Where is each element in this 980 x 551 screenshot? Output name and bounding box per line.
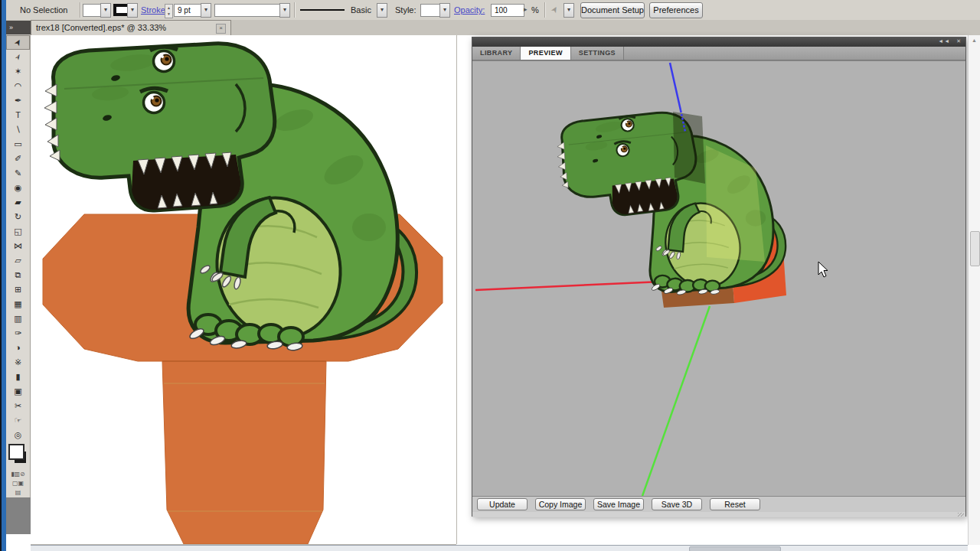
opacity-unit: % [531, 5, 539, 15]
panel-tabs: LIBRARYPREVIEWSETTINGS [472, 47, 965, 60]
horizontal-scrollbar[interactable] [31, 545, 968, 551]
opacity-spinner-icon[interactable]: ▸ [524, 5, 528, 13]
perspective-grid-tool[interactable]: ⊞ [6, 282, 30, 297]
lasso-tool[interactable]: ◠ [6, 79, 30, 93]
tab-library[interactable]: LIBRARY [472, 47, 521, 60]
document-setup-button[interactable]: Document Setup [580, 2, 645, 18]
width-tool[interactable]: ⋈ [6, 239, 30, 253]
blend-tool[interactable]: ◑ [6, 341, 30, 355]
column-graph-tool[interactable]: ▮ [6, 370, 30, 384]
stroke-weight-arrow-icon[interactable]: ▾ [201, 3, 211, 18]
symbol-sprayer-tool[interactable]: ※ [6, 355, 30, 370]
panel-header[interactable]: ◄◄ ✕ [472, 37, 965, 47]
eraser-tool[interactable]: ▰ [6, 195, 30, 210]
select-similar-arrow-icon[interactable]: ▾ [564, 3, 574, 18]
line-segment-tool[interactable]: ∖ [6, 122, 30, 137]
selection-tool[interactable]: ➤ [6, 35, 30, 50]
tools-panel: ➤➢✶◠✒T∖▭✐✎◉▰↻◱⋈▱⧉⊞▦▥✑◑※▮▣✂☞◎▮▥⊘▢▣▤ [6, 35, 31, 497]
artboard-tool[interactable]: ▣ [6, 384, 30, 399]
rectangle-tool[interactable]: ▭ [6, 137, 30, 152]
preview-panel: ◄◄ ✕ LIBRARYPREVIEWSETTINGS [472, 37, 966, 517]
screen-mode-button[interactable]: ▤ [6, 488, 30, 497]
reset-button[interactable]: Reset [710, 498, 760, 510]
brush-name[interactable]: Basic [351, 5, 371, 15]
window-edge [0, 0, 6, 551]
rotate-tool[interactable]: ↻ [6, 210, 30, 224]
separator [80, 2, 80, 18]
tools-panel-header[interactable]: » [6, 21, 31, 34]
color-mode-buttons[interactable]: ▮▥⊘ [6, 470, 30, 479]
fill-dropdown-arrow-icon[interactable]: ▾ [100, 3, 111, 18]
illustrator-window: { "control_bar": { "selection_status": "… [0, 0, 980, 551]
pen-tool[interactable]: ✒ [6, 93, 30, 108]
stroke-panel-link[interactable]: Stroke: [141, 5, 168, 15]
vertical-scrollbar-thumb[interactable] [970, 231, 980, 266]
panel-close-icon[interactable]: ✕ [956, 38, 962, 44]
panel-button-row: UpdateCopy ImageSave ImageSave 3DReset [472, 497, 965, 512]
separator [544, 2, 545, 18]
stroke-weight-stepper[interactable]: ▲▼ [165, 4, 173, 18]
opacity-panel-link[interactable]: Opacity: [454, 5, 485, 15]
artboard-canvas[interactable] [31, 35, 457, 544]
copy-image-button[interactable]: Copy Image [535, 498, 586, 510]
type-tool[interactable]: T [6, 108, 30, 122]
style-arrow-icon[interactable]: ▾ [439, 3, 450, 18]
hand-tool[interactable]: ☞ [6, 413, 30, 428]
tab-settings[interactable]: SETTINGS [571, 47, 624, 60]
preferences-button[interactable]: Preferences [649, 2, 703, 18]
vertical-scrollbar[interactable]: ▲ [968, 35, 980, 545]
slice-tool[interactable]: ✂ [6, 399, 30, 413]
update-button[interactable]: Update [477, 498, 528, 510]
mesh-tool[interactable]: ▦ [6, 297, 30, 311]
toolbar-footer [6, 497, 31, 534]
zoom-tool[interactable]: ◎ [6, 428, 30, 442]
selection-status: No Selection [20, 5, 67, 15]
gradient-tool[interactable]: ▥ [6, 311, 30, 326]
scale-tool[interactable]: ◱ [6, 224, 30, 239]
brush-arrow-icon[interactable]: ▾ [377, 3, 387, 18]
shape-builder-tool[interactable]: ⧉ [6, 268, 30, 282]
style-label: Style: [395, 5, 416, 15]
separator [294, 2, 295, 18]
panel-collapse-icon[interactable]: ◄◄ [938, 38, 950, 44]
direct-selection-tool[interactable]: ➢ [6, 50, 30, 64]
document-tab[interactable]: × trex18 [Converted].eps* @ 33.33% (CMYK… [31, 20, 231, 35]
preview-3d-viewport[interactable] [472, 60, 965, 497]
select-similar-icon[interactable]: ➤ [551, 5, 558, 15]
save-3d-button[interactable]: Save 3D [652, 498, 702, 510]
save-image-button[interactable]: Save Image [593, 498, 644, 510]
fill-color-dropdown[interactable] [83, 4, 101, 17]
pencil-tool[interactable]: ✎ [6, 166, 30, 181]
document-tab-strip: » × trex18 [Converted].eps* @ 33.33% (CM… [6, 20, 980, 35]
stroke-dropdown-arrow-icon[interactable]: ▾ [127, 3, 138, 18]
control-bar: No Selection ▾ ▾ Stroke: ▲▼ 9 pt ▾ ▾ Bas… [6, 0, 980, 21]
document-tab-close-icon[interactable]: × [216, 24, 226, 34]
panel-resize-grip[interactable] [472, 512, 965, 517]
stroke-weight-value[interactable]: 9 pt [174, 4, 204, 17]
blob-brush-tool[interactable]: ◉ [6, 181, 30, 195]
brush-preview [300, 9, 345, 11]
paintbrush-tool[interactable]: ✐ [6, 152, 30, 166]
fill-stroke-indicator [6, 442, 30, 470]
tab-preview[interactable]: PREVIEW [521, 47, 570, 60]
magic-wand-tool[interactable]: ✶ [6, 64, 30, 79]
eyedropper-tool[interactable]: ✑ [6, 326, 30, 341]
scroll-up-icon[interactable]: ▲ [969, 35, 980, 46]
fill-swatch[interactable] [8, 444, 24, 460]
horizontal-scrollbar-thumb[interactable] [689, 546, 781, 551]
opacity-value[interactable]: 100 [491, 4, 524, 17]
width-profile-arrow-icon[interactable]: ▾ [279, 3, 290, 18]
free-transform-tool[interactable]: ▱ [6, 253, 30, 268]
width-profile-select[interactable] [214, 4, 283, 17]
drawing-mode-button[interactable]: ▢▣ [6, 479, 30, 488]
